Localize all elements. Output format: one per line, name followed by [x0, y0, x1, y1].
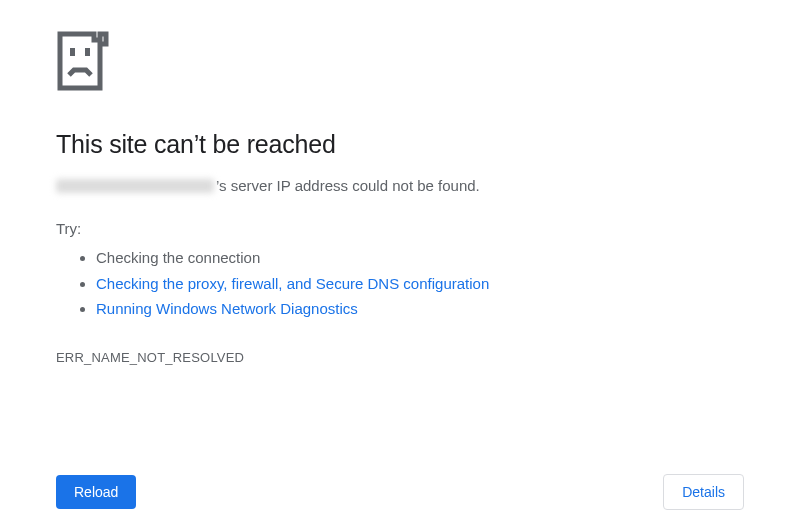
suggestion-text: Checking the connection	[96, 249, 260, 266]
error-page: This site can’t be reached ’s server IP …	[0, 0, 800, 365]
suggestion-link[interactable]: Checking the proxy, firewall, and Secure…	[96, 275, 489, 292]
suggestion-item: Checking the connection	[96, 245, 744, 271]
suggestion-list: Checking the connection Checking the pro…	[56, 245, 744, 322]
error-title: This site can’t be reached	[56, 130, 744, 159]
svg-rect-1	[85, 48, 90, 56]
error-subtitle: ’s server IP address could not be found.	[56, 177, 744, 194]
suggestion-link[interactable]: Running Windows Network Diagnostics	[96, 300, 358, 317]
try-label: Try:	[56, 220, 744, 237]
sad-document-icon	[56, 30, 744, 92]
button-row: Reload Details	[56, 474, 744, 510]
error-code: ERR_NAME_NOT_RESOLVED	[56, 350, 744, 365]
suggestion-item: Checking the proxy, firewall, and Secure…	[96, 271, 744, 297]
details-button[interactable]: Details	[663, 474, 744, 510]
svg-rect-0	[70, 48, 75, 56]
redacted-hostname	[56, 179, 214, 193]
subtitle-suffix: ’s server IP address could not be found.	[216, 177, 480, 194]
suggestion-item: Running Windows Network Diagnostics	[96, 296, 744, 322]
reload-button[interactable]: Reload	[56, 475, 136, 509]
